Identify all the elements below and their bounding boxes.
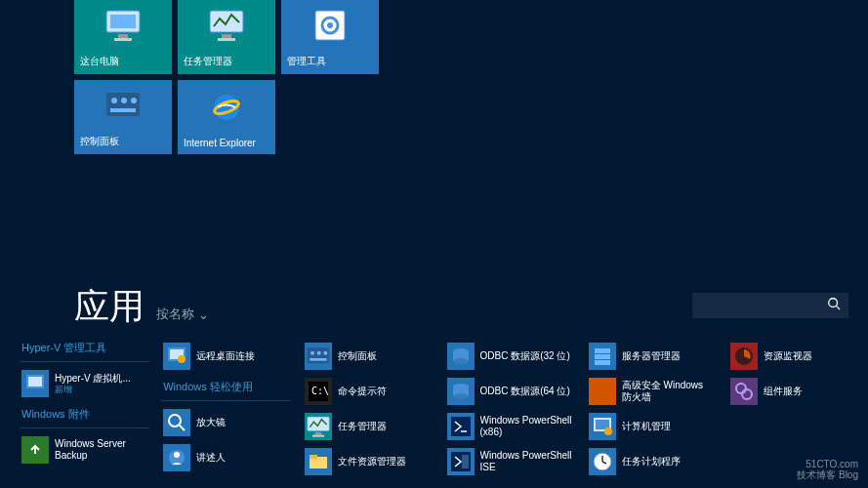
app-item-odbc[interactable]: ODBC 数据源(32 位) bbox=[445, 341, 575, 372]
app-label: 资源监视器 bbox=[764, 350, 812, 362]
chevron-down-icon: ⌄ bbox=[198, 307, 209, 322]
servermgr-icon bbox=[589, 343, 616, 370]
svg-point-13 bbox=[131, 98, 137, 103]
app-item-cmd[interactable]: C:\命令提示符 bbox=[303, 376, 433, 407]
tile-label: Internet Explorer bbox=[184, 138, 269, 148]
app-item-firewall[interactable]: 高级安全 Windows 防火墙 bbox=[587, 376, 717, 407]
app-item-rdp[interactable]: 远程桌面连接 bbox=[161, 341, 291, 372]
svg-point-46 bbox=[453, 393, 469, 399]
app-item-servermgr[interactable]: 服务器管理器 bbox=[587, 341, 717, 372]
tile-taskmgr[interactable]: 任务管理器 bbox=[178, 0, 275, 74]
app-item-narrator[interactable]: 讲述人 bbox=[161, 442, 291, 473]
svg-rect-53 bbox=[594, 385, 599, 388]
svg-rect-29 bbox=[308, 347, 330, 363]
app-label: ODBC 数据源(32 位) bbox=[480, 350, 570, 362]
svg-rect-20 bbox=[28, 377, 42, 386]
search-input[interactable] bbox=[692, 293, 848, 318]
app-label: Windows PowerShell ISE bbox=[480, 450, 573, 473]
app-item-compmgmt[interactable]: 计算机管理 bbox=[587, 411, 717, 442]
app-label: 任务管理器 bbox=[338, 421, 387, 432]
svg-point-24 bbox=[178, 355, 186, 363]
app-label: 高级安全 Windows 防火墙 bbox=[622, 380, 715, 403]
app-label: Hyper-V 虚拟机... bbox=[55, 373, 131, 385]
svg-rect-33 bbox=[310, 358, 327, 361]
tools-icon bbox=[307, 4, 353, 47]
svg-text:C:\: C:\ bbox=[311, 386, 329, 396]
svg-rect-14 bbox=[110, 108, 136, 112]
cpanel-icon bbox=[100, 84, 146, 127]
svg-rect-60 bbox=[600, 394, 606, 398]
svg-line-26 bbox=[180, 426, 185, 430]
svg-rect-59 bbox=[594, 394, 599, 398]
app-item-taskmgr[interactable]: 任务管理器 bbox=[303, 411, 433, 442]
app-sublabel: 新增 bbox=[55, 385, 131, 395]
app-label: 计算机管理 bbox=[622, 421, 671, 432]
tile-cpanel[interactable]: 控制面板 bbox=[74, 80, 172, 154]
pc-icon bbox=[100, 4, 146, 47]
svg-rect-54 bbox=[600, 385, 606, 388]
app-item-psise[interactable]: Windows PowerShell ISE bbox=[445, 446, 575, 477]
app-item-cpanel[interactable]: 控制面板 bbox=[303, 341, 433, 372]
tile-pc[interactable]: 这台电脑 bbox=[74, 0, 172, 74]
svg-point-9 bbox=[327, 22, 333, 28]
app-item-compsvc[interactable]: 组件服务 bbox=[728, 376, 858, 407]
tile-label: 管理工具 bbox=[287, 55, 373, 68]
svg-rect-5 bbox=[222, 34, 231, 38]
svg-rect-1 bbox=[110, 15, 136, 28]
app-item-ps[interactable]: Windows PowerShell (x86) bbox=[445, 411, 575, 442]
backup-icon bbox=[21, 436, 49, 464]
taskmgr-icon bbox=[203, 4, 250, 47]
app-label: 文件资源管理器 bbox=[338, 456, 406, 468]
svg-point-11 bbox=[111, 98, 117, 103]
app-item-magnify[interactable]: 放大镜 bbox=[161, 407, 291, 438]
app-item-backup[interactable]: Windows Server Backup bbox=[20, 434, 149, 466]
resmon-icon bbox=[730, 343, 758, 370]
svg-point-32 bbox=[324, 351, 328, 355]
ie-icon bbox=[203, 84, 250, 127]
svg-point-69 bbox=[736, 384, 746, 393]
app-label: 讲述人 bbox=[196, 452, 226, 464]
app-item-resmon[interactable]: 资源监视器 bbox=[728, 341, 858, 372]
tile-label: 这台电脑 bbox=[80, 55, 166, 68]
app-item-hyperv[interactable]: Hyper-V 虚拟机...新增 bbox=[20, 368, 149, 399]
tile-tools[interactable]: 管理工具 bbox=[281, 0, 379, 74]
app-item-tasksched[interactable]: 任务计划程序 bbox=[587, 446, 717, 477]
app-label: 控制面板 bbox=[338, 350, 377, 362]
svg-rect-56 bbox=[594, 389, 598, 393]
psise-icon bbox=[447, 448, 475, 475]
tile-label: 任务管理器 bbox=[184, 55, 269, 68]
svg-point-12 bbox=[121, 98, 127, 103]
magnify-icon bbox=[163, 409, 190, 436]
group-header[interactable]: Windows 附件 bbox=[20, 403, 149, 428]
narrator-icon bbox=[163, 444, 190, 471]
group-header[interactable]: Hyper-V 管理工具 bbox=[20, 337, 149, 362]
tile-ie[interactable]: Internet Explorer bbox=[178, 80, 275, 154]
taskmgr-icon bbox=[305, 413, 332, 440]
rdp-icon bbox=[163, 343, 190, 370]
svg-point-30 bbox=[310, 351, 314, 355]
compmgmt-icon bbox=[589, 413, 616, 440]
odbc-icon bbox=[447, 343, 475, 370]
svg-rect-57 bbox=[599, 389, 604, 393]
app-label: 组件服务 bbox=[764, 386, 803, 397]
group-header[interactable]: Windows 轻松使用 bbox=[161, 376, 291, 401]
app-label: 远程桌面连接 bbox=[196, 350, 255, 362]
ps-icon bbox=[447, 413, 475, 440]
sort-label: 按名称 bbox=[156, 305, 194, 323]
svg-point-31 bbox=[317, 351, 321, 355]
svg-rect-49 bbox=[462, 455, 469, 468]
sort-dropdown[interactable]: 按名称 ⌄ bbox=[156, 305, 209, 323]
svg-rect-3 bbox=[114, 38, 132, 41]
svg-point-43 bbox=[453, 358, 469, 364]
svg-rect-40 bbox=[310, 455, 317, 459]
app-item-odbc[interactable]: ODBC 数据源(64 位) bbox=[445, 376, 575, 407]
svg-rect-10 bbox=[106, 93, 140, 116]
svg-rect-6 bbox=[218, 38, 235, 41]
svg-rect-38 bbox=[312, 435, 324, 437]
svg-rect-37 bbox=[315, 432, 322, 435]
svg-point-70 bbox=[742, 389, 752, 399]
explorer-icon bbox=[305, 448, 332, 475]
svg-point-28 bbox=[174, 452, 180, 458]
app-item-explorer[interactable]: 文件资源管理器 bbox=[303, 446, 433, 477]
app-label: Windows Server Backup bbox=[55, 438, 147, 462]
